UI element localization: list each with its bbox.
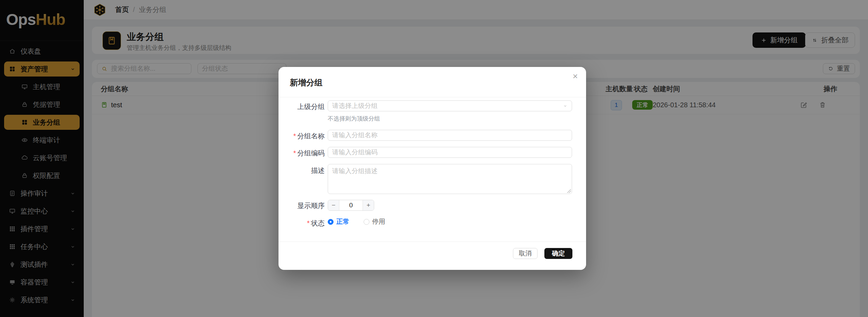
required-mark: *	[293, 149, 296, 157]
parent-group-hint: 不选择则为顶级分组	[328, 115, 380, 123]
radio-status-disabled[interactable]: 停用	[364, 217, 385, 226]
parent-group-label: 上级分组	[279, 102, 325, 111]
required-mark: *	[293, 132, 296, 140]
display-order-stepper: − 0 +	[328, 200, 374, 211]
stepper-value[interactable]: 0	[339, 200, 363, 210]
modal-title: 新增分组	[290, 77, 323, 88]
modal-header-divider	[279, 97, 586, 97]
radio-label: 停用	[372, 217, 385, 226]
group-code-input[interactable]	[328, 147, 572, 157]
radio-unselected-icon	[364, 219, 369, 225]
confirm-button[interactable]: 确定	[544, 248, 572, 259]
modal-footer-divider	[279, 242, 586, 242]
cancel-button[interactable]: 取消	[513, 248, 538, 259]
display-order-label: 显示顺序	[279, 201, 325, 210]
group-code-label: *分组编码	[279, 149, 325, 158]
radio-status-normal[interactable]: 正常	[328, 217, 349, 226]
group-name-input-box	[328, 130, 572, 141]
radio-selected-icon	[328, 219, 334, 225]
description-textarea[interactable]	[328, 164, 572, 194]
required-mark: *	[307, 219, 310, 227]
resize-handle[interactable]	[567, 189, 571, 193]
app-window: OpsHub 仪表盘 资产管理 主机管理 凭据管理 业务	[0, 0, 868, 317]
chevron-down-icon	[563, 104, 568, 108]
description-label: 描述	[279, 166, 325, 175]
status-label: *状态	[279, 219, 325, 228]
parent-group-select[interactable]: 请选择上级分组	[328, 100, 572, 111]
parent-group-placeholder: 请选择上级分组	[332, 101, 378, 110]
stepper-plus-button[interactable]: +	[363, 200, 374, 210]
description-textarea-box	[328, 164, 572, 194]
status-radio-group: 正常 停用	[328, 218, 385, 225]
stepper-minus-button[interactable]: −	[328, 200, 339, 210]
close-icon[interactable]: ×	[573, 72, 578, 81]
group-code-input-box	[328, 147, 572, 158]
group-name-input[interactable]	[328, 130, 572, 140]
radio-label: 正常	[336, 217, 349, 226]
group-name-label: *分组名称	[279, 132, 325, 141]
add-group-modal: × 新增分组 上级分组 请选择上级分组 不选择则为顶级分组 *分组名称 *分组编…	[279, 67, 586, 270]
